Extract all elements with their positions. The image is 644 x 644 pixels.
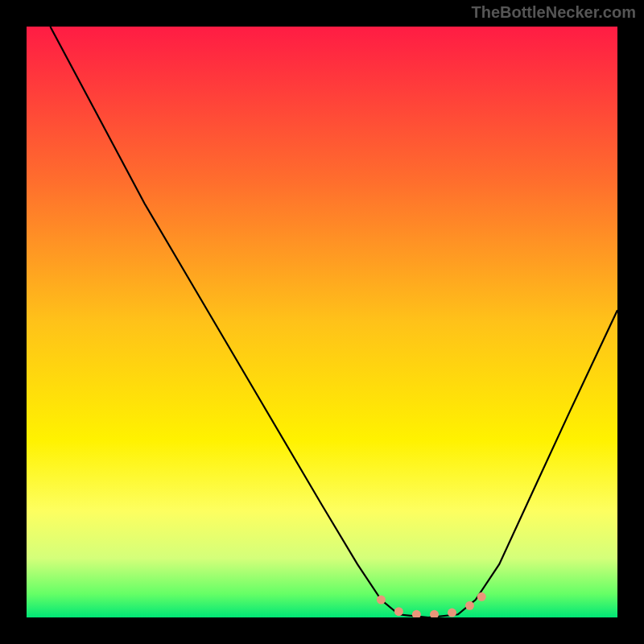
optimal-marker	[465, 601, 474, 610]
optimal-marker	[477, 592, 486, 601]
watermark-text: TheBottleNecker.com	[471, 3, 636, 22]
chart-plot-area	[27, 27, 617, 617]
optimal-marker	[448, 609, 456, 617]
optimal-marker	[377, 596, 386, 605]
gradient-background	[27, 27, 617, 617]
optimal-marker	[394, 607, 403, 616]
bottleneck-chart	[27, 27, 617, 617]
